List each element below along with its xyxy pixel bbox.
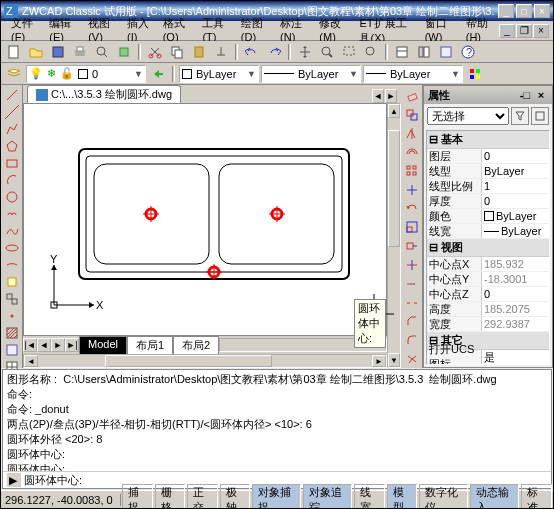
scroll-up-button[interactable]: ▲: [388, 104, 400, 118]
vertical-scrollbar[interactable]: ▲ ▼: [387, 103, 401, 368]
layout-prev-button[interactable]: ◄: [37, 338, 51, 352]
tab-next-button[interactable]: ►: [385, 89, 397, 103]
layer-prev-button[interactable]: [148, 65, 168, 83]
preview-button[interactable]: [92, 43, 112, 61]
layout-next-button[interactable]: ►: [51, 338, 65, 352]
zoom-button[interactable]: [317, 43, 337, 61]
stretch-tool[interactable]: [403, 237, 421, 255]
spline-tool[interactable]: [3, 223, 21, 239]
status-正交[interactable]: 正交: [187, 484, 218, 510]
insert-tool[interactable]: [3, 274, 21, 290]
arc-tool[interactable]: [3, 172, 21, 188]
layout-tab-Model[interactable]: Model: [79, 336, 127, 355]
publish-button[interactable]: [114, 43, 134, 61]
help-button[interactable]: ?: [458, 43, 478, 61]
panel-close-button[interactable]: ×: [534, 88, 548, 102]
print-button[interactable]: [70, 43, 90, 61]
copy-button[interactable]: [167, 43, 187, 61]
match-button[interactable]: [211, 43, 231, 61]
ellipse-arc-tool[interactable]: [3, 257, 21, 273]
break-tool[interactable]: [403, 294, 421, 312]
layout-last-button[interactable]: ►|: [65, 338, 79, 352]
erase-tool[interactable]: [403, 87, 421, 105]
prop-row[interactable]: 中心点Y-18.3001: [427, 272, 549, 287]
properties-tree[interactable]: ⊟ 基本图层0线型ByLayer线型比例1厚度0颜色ByLayer线宽ByLay…: [426, 130, 550, 365]
document-tab[interactable]: C:\...\3.5.3 绘制圆环.dwg: [27, 85, 181, 103]
drawing-canvas[interactable]: 圆环体中心: XY: [23, 103, 387, 336]
line-tool[interactable]: [3, 87, 21, 103]
properties-button[interactable]: [392, 43, 412, 61]
prop-row[interactable]: 打开UCS图标是: [427, 350, 549, 365]
status-动态输入[interactable]: 动态输入: [470, 484, 519, 510]
zoom-window-button[interactable]: [339, 43, 359, 61]
layer-manager-button[interactable]: [4, 65, 24, 83]
rectangle-tool[interactable]: [3, 155, 21, 171]
prop-category[interactable]: ⊟ 基本: [427, 131, 549, 149]
status-极轴[interactable]: 极轴: [220, 484, 251, 510]
block-tool[interactable]: [3, 291, 21, 307]
prop-row[interactable]: 厚度0: [427, 194, 549, 209]
mirror-tool[interactable]: [403, 125, 421, 143]
scroll-down-button[interactable]: ▼: [388, 353, 400, 367]
trim-tool[interactable]: [403, 256, 421, 274]
prop-row[interactable]: 线型比例1: [427, 179, 549, 194]
prop-category[interactable]: ⊟ 视图: [427, 239, 549, 257]
open-button[interactable]: [26, 43, 46, 61]
circle-tool[interactable]: [3, 189, 21, 205]
status-数字化仪[interactable]: 数字化仪: [419, 484, 468, 510]
ellipse-tool[interactable]: [3, 240, 21, 256]
panel-pin-button[interactable]: -□: [518, 88, 532, 102]
scroll-left-button[interactable]: ◄: [24, 355, 38, 367]
new-button[interactable]: [4, 43, 24, 61]
prop-row[interactable]: 宽度292.9387: [427, 317, 549, 332]
hatch-tool[interactable]: [3, 325, 21, 341]
prop-row[interactable]: 线型ByLayer: [427, 164, 549, 179]
hscroll-thumb[interactable]: [105, 355, 272, 367]
minimize-button[interactable]: _: [498, 4, 514, 18]
fillet-tool[interactable]: [403, 331, 421, 349]
save-button[interactable]: [48, 43, 68, 61]
point-tool[interactable]: [3, 308, 21, 324]
command-history[interactable]: 图形名称 : C:\Users\Administrator\Desktop\图文…: [3, 370, 551, 471]
status-对象追踪[interactable]: 对象追踪: [303, 484, 352, 510]
status-模型[interactable]: 模型: [387, 484, 418, 510]
revcloud-tool[interactable]: [3, 206, 21, 222]
vscroll-thumb[interactable]: [388, 130, 400, 248]
palette-button[interactable]: [436, 43, 456, 61]
explode-tool[interactable]: [403, 350, 421, 368]
array-tool[interactable]: [403, 162, 421, 180]
pline-tool[interactable]: [3, 121, 21, 137]
prop-row[interactable]: 颜色ByLayer: [427, 209, 549, 224]
rotate-tool[interactable]: [403, 200, 421, 218]
tab-prev-button[interactable]: ◄: [372, 89, 384, 103]
layout-tab-布局2[interactable]: 布局2: [173, 336, 219, 355]
undo-button[interactable]: [242, 43, 262, 61]
status-捕捉[interactable]: 捕捉: [122, 484, 153, 510]
color-button[interactable]: [465, 65, 485, 83]
prop-row[interactable]: 中心点X185.932: [427, 257, 549, 272]
color-select[interactable]: ByLayer▼: [179, 65, 259, 83]
pan-button[interactable]: [295, 43, 315, 61]
prop-row[interactable]: 高度185.2075: [427, 302, 549, 317]
selection-dropdown[interactable]: 无选择: [427, 107, 509, 125]
pickadd-button[interactable]: [531, 107, 549, 125]
xline-tool[interactable]: [3, 104, 21, 120]
design-center-button[interactable]: [414, 43, 434, 61]
redo-button[interactable]: [264, 43, 284, 61]
cut-button[interactable]: [145, 43, 165, 61]
zoom-prev-button[interactable]: [361, 43, 381, 61]
prop-row[interactable]: 中心点Z0: [427, 287, 549, 302]
mdi-close-button[interactable]: ×: [533, 24, 549, 38]
maximize-button[interactable]: □: [516, 4, 532, 18]
status-标准[interactable]: 标准: [521, 484, 552, 510]
layout-first-button[interactable]: |◄: [23, 338, 37, 352]
region-tool[interactable]: [3, 342, 21, 358]
layout-tab-布局1[interactable]: 布局1: [127, 336, 173, 355]
layer-select[interactable]: 💡 ❄ 🔓 0 ▼: [26, 65, 146, 83]
mdi-restore-button[interactable]: ❐: [516, 24, 532, 38]
close-button[interactable]: ×: [534, 4, 550, 18]
prop-row[interactable]: 线宽ByLayer: [427, 224, 549, 239]
coordinate-display[interactable]: 296.1227, -40.0083, 0: [1, 494, 121, 506]
polygon-tool[interactable]: [3, 138, 21, 154]
status-栅格[interactable]: 栅格: [155, 484, 186, 510]
